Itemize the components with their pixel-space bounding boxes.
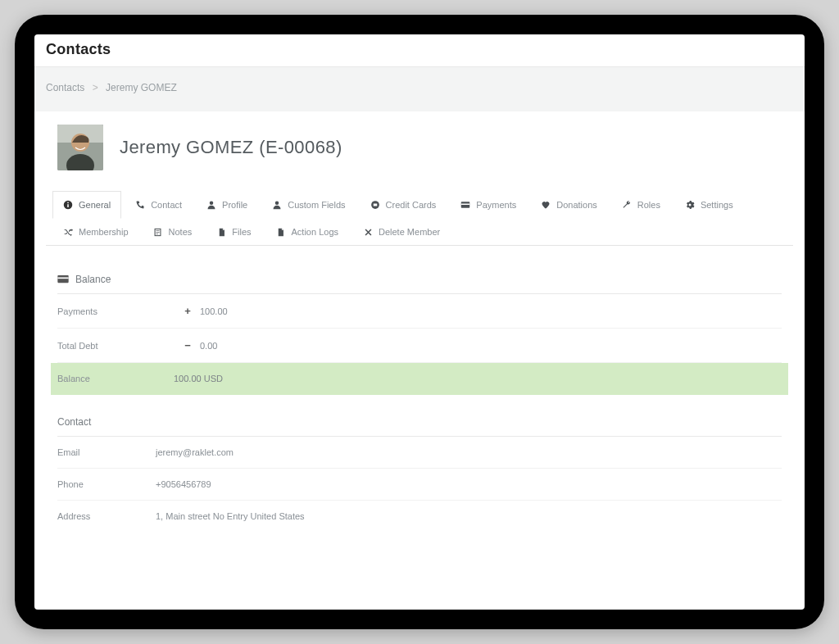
tab-custom-fields[interactable]: Custom Fields [261,190,356,218]
tab-delete-member[interactable]: Delete Member [352,218,451,245]
contact-phone-row: Phone +9056456789 [57,469,782,501]
tab-label: Settings [701,200,733,210]
tab-label: Roles [637,200,660,210]
tab-donations[interactable]: Donations [530,190,608,218]
balance-total-debt-row: Total Debt − 0.00 [57,329,782,363]
row-label: Payments [57,306,180,316]
breadcrumb: Contacts > Jeremy GOMEZ [34,67,805,111]
file-icon [216,227,226,237]
user-icon [206,200,216,210]
tab-payments[interactable]: Payments [450,190,527,218]
user-icon [272,200,282,210]
tab-notes[interactable]: Notes [143,218,203,245]
heart-icon [541,200,551,210]
avatar [57,125,103,170]
device-frame: Contacts Contacts > Jeremy GOMEZ [15,15,824,629]
row-value: jeremy@raklet.com [156,447,234,457]
svg-rect-17 [57,275,68,283]
gear-icon [685,200,695,210]
tab-profile[interactable]: Profile [196,190,258,218]
tab-label: Notes [169,227,193,237]
tab-label: Action Logs [292,227,338,237]
phone-icon [135,200,145,210]
balance-payments-row: Payments + 100.00 [57,294,782,329]
tab-label: Files [232,227,251,237]
profile-header: Jeremy GOMEZ (E-00068) [46,111,793,190]
card-icon [460,200,470,210]
contact-address-row: Address 1, Main street No Entry United S… [57,501,782,532]
breadcrumb-separator: > [88,82,103,93]
row-label: Total Debt [57,341,180,351]
breadcrumb-current: Jeremy GOMEZ [106,82,177,93]
row-label: Balance [57,374,174,383]
tab-label: Credit Cards [386,200,437,210]
credit-card-icon [370,200,380,210]
card-icon [57,275,69,283]
balance-section-heading: Balance [57,267,782,294]
wrench-icon [622,200,632,210]
profile-name-heading: Jeremy GOMEZ (E-00068) [120,137,342,158]
tab-label: Custom Fields [288,200,345,210]
tab-label: Payments [476,200,516,210]
tab-bar: General Contact Profile [46,190,793,246]
contact-email-row: Email jeremy@raklet.com [57,437,782,469]
shuffle-icon [63,227,73,237]
tab-label: Contact [151,200,182,210]
tab-label: Donations [556,200,597,210]
info-circle-icon [63,200,73,210]
tab-action-logs[interactable]: Action Logs [265,218,349,245]
svg-point-8 [275,201,279,205]
tab-label: General [79,200,111,210]
tab-settings[interactable]: Settings [674,190,744,218]
svg-rect-10 [373,203,377,206]
tab-membership[interactable]: Membership [52,218,139,245]
tab-roles[interactable]: Roles [611,190,671,218]
tab-label: Profile [222,200,247,210]
row-value: 1, Main street No Entry United States [156,511,305,521]
close-icon [363,227,373,237]
minus-icon: − [180,339,195,351]
tab-credit-cards[interactable]: Credit Cards [360,190,447,218]
tab-label: Delete Member [379,227,440,237]
svg-rect-5 [67,204,69,207]
row-value: +9056456789 [156,479,211,489]
avatar-image [57,125,103,170]
row-value: 100.00 [200,306,228,316]
section-title-text: Balance [75,274,111,285]
svg-point-6 [67,202,69,204]
svg-rect-18 [57,278,68,279]
balance-total-row: Balance 100.00 USD [51,363,788,395]
row-value: 0.00 [200,341,217,351]
tab-label: Membership [79,227,129,237]
page-title: Contacts [46,41,793,58]
tab-files[interactable]: Files [206,218,261,245]
tab-general[interactable]: General [52,191,121,219]
row-label: Email [57,447,156,457]
page-title-bar: Contacts [34,34,805,67]
plus-icon: + [180,305,195,317]
note-icon [153,227,163,237]
breadcrumb-root-link[interactable]: Contacts [46,82,84,93]
contact-section-heading: Contact [57,395,782,437]
general-panel: Balance Payments + 100.00 Total Debt − 0… [46,246,793,532]
file-icon [276,227,286,237]
row-label: Phone [57,479,156,489]
row-value: 100.00 USD [174,374,223,383]
app-screen: Contacts Contacts > Jeremy GOMEZ [34,34,805,610]
content-area: Jeremy GOMEZ (E-00068) General Contact [46,111,793,565]
row-label: Address [57,511,156,521]
svg-point-7 [210,201,214,205]
tab-contact[interactable]: Contact [125,190,193,218]
svg-rect-12 [461,203,470,205]
